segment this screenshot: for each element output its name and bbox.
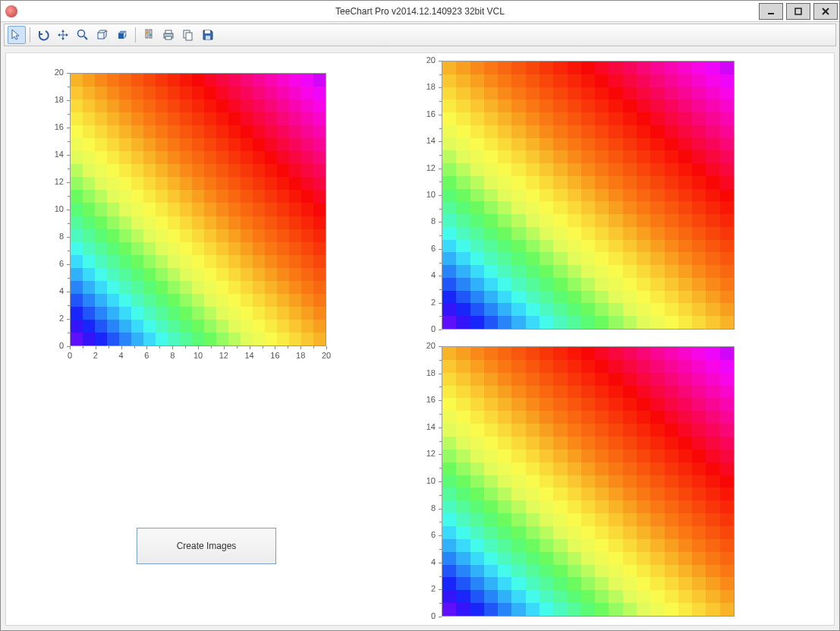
chart1-y-tick-label: 4 <box>49 286 64 295</box>
svg-point-13 <box>149 34 152 36</box>
chart3-y-tick-label: 0 <box>420 611 436 620</box>
minimize-button[interactable] <box>759 3 783 20</box>
chart2-plot-area <box>442 61 735 330</box>
move-button[interactable] <box>54 26 72 44</box>
chart2-y-tick-label: 20 <box>420 55 436 65</box>
chart1-x-tick-label: 2 <box>90 351 102 360</box>
print-button[interactable] <box>159 26 178 44</box>
chart1-y-tick-label: 14 <box>49 150 64 159</box>
chart1-x-tick-label: 12 <box>218 351 230 360</box>
chart3-y-tick-label: 6 <box>420 530 436 539</box>
close-button[interactable] <box>813 3 838 20</box>
chart3-y-tick-label: 2 <box>420 584 436 593</box>
chart1-x-tick-label: 0 <box>64 351 76 360</box>
chart1-y-tick-label: 20 <box>49 68 64 77</box>
chart2-y-tick-label: 4 <box>420 270 436 279</box>
chart1-y-tick-label: 8 <box>49 232 64 241</box>
chart3-plot-area <box>442 346 735 617</box>
chart2-heatmap <box>442 62 734 329</box>
rotate-3d-button[interactable] <box>113 26 131 44</box>
chart1-y-tick-label: 0 <box>49 341 64 350</box>
chart2-y-tick-label: 8 <box>420 216 436 226</box>
app-icon <box>5 5 17 17</box>
toolbar-separator <box>30 27 30 43</box>
chart1-y-tick-label: 6 <box>49 259 64 268</box>
client-area: Create Images 02468101214161820024681012… <box>5 52 835 626</box>
chart2-panel[interactable]: 02468101214161820 <box>408 55 742 337</box>
svg-rect-1 <box>795 8 801 14</box>
depth-button[interactable] <box>93 26 112 44</box>
svg-rect-20 <box>206 36 210 39</box>
chart1-x-tick-label: 6 <box>140 351 153 360</box>
svg-point-6 <box>78 30 85 37</box>
chart3-y-tick-label: 14 <box>420 422 436 431</box>
chart3-y-tick-label: 20 <box>420 341 436 350</box>
undo-button[interactable] <box>34 26 52 44</box>
chart1-x-tick-label: 20 <box>320 351 332 360</box>
chart2-y-tick-label: 6 <box>420 244 436 253</box>
chart1-heatmap <box>71 74 326 345</box>
chart1-y-tick-label: 16 <box>49 122 64 131</box>
chart3-y-tick-label: 8 <box>420 503 436 513</box>
svg-rect-9 <box>118 33 124 39</box>
chart1-y-tick-label: 18 <box>49 95 64 104</box>
window-title: TeeChart Pro v2014.12.140923 32bit VCL <box>335 6 505 17</box>
app-window: TeeChart Pro v2014.12.140923 32bit VCL <box>0 0 840 631</box>
svg-rect-19 <box>205 30 210 33</box>
save-button[interactable] <box>199 26 217 44</box>
chart3-y-tick-label: 10 <box>420 476 436 485</box>
chart1-x-tick-label: 16 <box>269 351 281 360</box>
svg-rect-16 <box>165 36 171 39</box>
svg-line-7 <box>84 36 87 39</box>
chart3-y-tick-label: 12 <box>420 449 436 458</box>
chart2-y-tick-label: 18 <box>420 82 436 91</box>
create-images-label: Create Images <box>177 541 237 551</box>
toolbar <box>4 24 836 46</box>
titlebar: TeeChart Pro v2014.12.140923 32bit VCL <box>1 1 839 22</box>
chart1-y-tick-label: 12 <box>49 177 64 186</box>
toolbar-separator <box>135 27 136 43</box>
svg-rect-8 <box>98 33 104 39</box>
maximize-button[interactable] <box>786 3 810 20</box>
chart1-x-tick-label: 4 <box>115 351 127 360</box>
edit-button[interactable] <box>140 26 158 44</box>
svg-rect-15 <box>165 30 171 33</box>
chart3-panel[interactable]: 02468101214161820 <box>408 340 742 624</box>
chart1-x-tick-label: 14 <box>244 351 256 360</box>
chart2-y-tick-label: 2 <box>420 298 436 307</box>
chart3-y-tick-label: 16 <box>420 395 436 404</box>
chart1-panel[interactable]: 0246810121416182002468101214161820 <box>44 67 332 371</box>
chart3-y-tick-label: 18 <box>420 368 436 377</box>
chart2-y-tick-label: 16 <box>420 109 436 118</box>
window-controls <box>757 2 839 21</box>
chart2-y-tick-label: 14 <box>420 136 436 145</box>
chart1-x-tick-label: 18 <box>294 351 307 360</box>
chart1-y-tick-label: 2 <box>49 314 64 323</box>
chart2-y-tick-label: 12 <box>420 163 436 172</box>
svg-rect-18 <box>186 33 192 40</box>
chart2-y-tick-label: 0 <box>420 324 436 333</box>
chart1-x-tick-label: 8 <box>166 351 178 360</box>
chart3-heatmap <box>442 347 734 616</box>
svg-point-12 <box>146 32 148 34</box>
pointer-tool-button[interactable] <box>8 26 26 44</box>
zoom-button[interactable] <box>74 26 92 44</box>
chart1-y-tick-label: 10 <box>49 204 64 213</box>
chart1-plot-area <box>70 73 326 346</box>
chart1-x-tick-label: 10 <box>192 351 204 360</box>
chart2-y-tick-label: 10 <box>420 190 436 199</box>
create-images-button[interactable]: Create Images <box>137 528 276 564</box>
chart3-y-tick-label: 4 <box>420 557 436 566</box>
copy-button[interactable] <box>179 26 197 44</box>
